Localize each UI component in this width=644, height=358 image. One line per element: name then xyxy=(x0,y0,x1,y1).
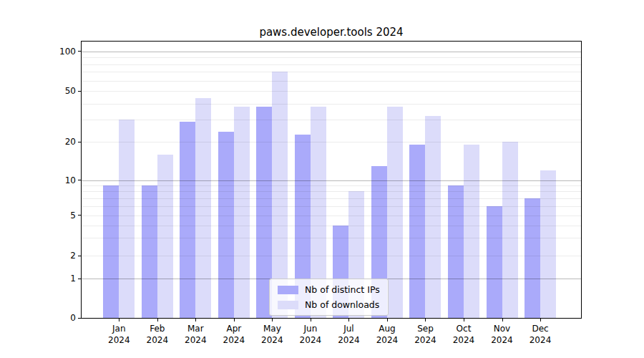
y-tick-label: 10 xyxy=(37,175,76,185)
y-tick-label: 2 xyxy=(37,251,76,261)
bar-sep-distinct-ips xyxy=(409,145,425,318)
x-tick-label: Oct2024 xyxy=(441,323,487,346)
bar-mar-downloads xyxy=(195,98,211,318)
x-tick-mark xyxy=(425,319,426,321)
bar-aug-downloads xyxy=(387,107,403,318)
x-tick-mark xyxy=(540,319,541,321)
x-tick-label: Nov2024 xyxy=(479,323,525,346)
bar-oct-downloads xyxy=(464,145,479,318)
x-tick-label: May2024 xyxy=(249,323,295,346)
x-tick-mark xyxy=(157,319,158,321)
y-tick-mark xyxy=(78,180,81,180)
gridline-minor xyxy=(82,57,581,58)
x-tick-mark xyxy=(502,319,503,321)
chart-title: paws.developer.tools 2024 xyxy=(81,26,582,39)
gridline-minor xyxy=(82,81,581,82)
y-tick-label: 100 xyxy=(37,47,76,57)
gridline-minor xyxy=(82,64,581,65)
bar-sep-downloads xyxy=(425,116,441,318)
gridline-major xyxy=(82,52,581,52)
legend-entry-downloads: Nb of downloads xyxy=(278,299,380,310)
gridline-minor xyxy=(82,72,581,72)
x-tick-label: Sep2024 xyxy=(402,323,448,346)
bar-apr-distinct-ips xyxy=(218,132,234,318)
gridline-minor xyxy=(82,226,581,226)
x-tick-label: Jun2024 xyxy=(288,323,333,346)
y-tick-label: 5 xyxy=(37,211,76,221)
legend-label-downloads: Nb of downloads xyxy=(305,299,379,310)
plot-area: 0125102050100Jan2024Feb2024Mar2024Apr202… xyxy=(81,41,582,319)
gridline-minor xyxy=(82,216,581,216)
y-tick-label: 1 xyxy=(37,274,76,284)
gridline-minor xyxy=(82,256,581,256)
bar-jan-distinct-ips xyxy=(103,185,119,318)
x-tick-label: Jul2024 xyxy=(326,323,371,346)
y-tick-mark xyxy=(78,142,81,142)
x-tick-mark xyxy=(272,319,273,321)
gridline-major xyxy=(82,180,581,181)
bar-feb-downloads xyxy=(157,155,173,318)
gridline-minor xyxy=(82,198,581,199)
x-tick-mark xyxy=(387,319,388,321)
gridline-minor xyxy=(82,104,581,105)
y-tick-label: 50 xyxy=(37,86,76,96)
x-tick-mark xyxy=(119,319,119,321)
legend: Nb of distinct IPs Nb of downloads xyxy=(269,279,389,316)
x-tick-mark xyxy=(464,319,464,321)
bars-layer xyxy=(82,42,581,318)
y-tick-mark xyxy=(78,318,81,319)
x-tick-mark xyxy=(311,319,311,321)
legend-swatch-downloads xyxy=(278,301,298,309)
bar-dec-downloads xyxy=(540,170,556,318)
x-tick-label: Jan2024 xyxy=(96,323,142,346)
x-tick-label: Aug2024 xyxy=(364,323,410,346)
legend-entry-distinct-ips: Nb of distinct IPs xyxy=(278,284,380,295)
gridline-minor xyxy=(82,191,581,192)
bar-nov-distinct-ips xyxy=(487,206,502,318)
gridline-minor xyxy=(82,142,581,142)
axis-ticks-layer: 0125102050100Jan2024Feb2024Mar2024Apr202… xyxy=(82,42,581,318)
y-tick-mark xyxy=(78,51,81,52)
bar-dec-distinct-ips xyxy=(525,198,540,318)
bar-jan-downloads xyxy=(119,120,135,318)
gridline-minor xyxy=(82,185,581,186)
gridlines-layer xyxy=(82,42,581,318)
x-tick-mark xyxy=(348,319,349,321)
bar-mar-distinct-ips xyxy=(180,122,195,318)
y-tick-mark xyxy=(78,256,81,256)
gridline-minor xyxy=(82,120,581,120)
bar-nov-downloads xyxy=(502,142,518,318)
bar-feb-distinct-ips xyxy=(142,185,157,318)
gridline-minor xyxy=(82,91,581,92)
x-tick-mark xyxy=(195,319,196,321)
x-tick-label: Mar2024 xyxy=(172,323,218,346)
bar-apr-downloads xyxy=(234,107,250,318)
gridline-minor xyxy=(82,206,581,207)
gridline-minor xyxy=(82,238,581,238)
y-tick-mark xyxy=(78,91,81,92)
legend-label-distinct-ips: Nb of distinct IPs xyxy=(305,284,380,295)
y-tick-label: 0 xyxy=(37,313,76,323)
chart-figure: paws.developer.tools 2024 0125102050100J… xyxy=(0,0,644,358)
x-tick-label: Dec2024 xyxy=(517,323,563,346)
legend-swatch-distinct-ips xyxy=(278,286,298,294)
y-tick-label: 20 xyxy=(37,137,76,147)
y-tick-mark xyxy=(78,279,81,279)
x-tick-mark xyxy=(234,319,235,321)
y-tick-mark xyxy=(78,215,81,216)
x-tick-label: Feb2024 xyxy=(135,323,180,346)
bar-oct-distinct-ips xyxy=(448,185,464,318)
x-tick-label: Apr2024 xyxy=(211,323,257,346)
